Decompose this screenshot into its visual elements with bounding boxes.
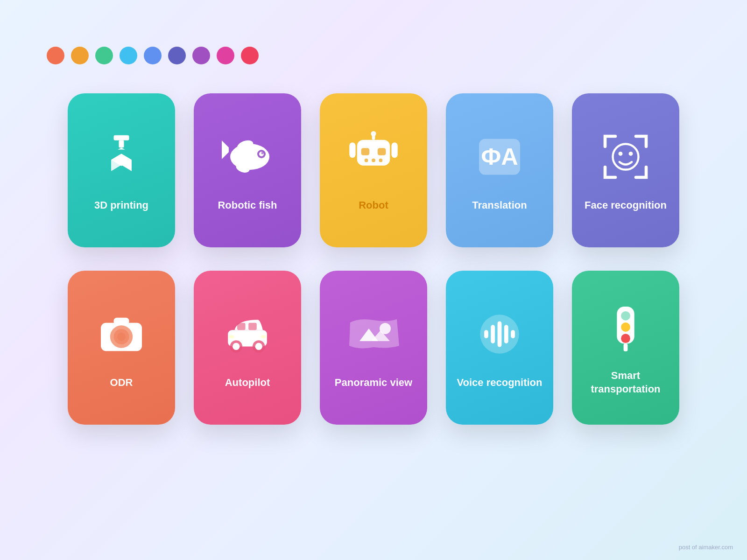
3d-printing-label: 3D printing <box>87 199 156 212</box>
svg-marker-2 <box>118 147 125 149</box>
dot-purple <box>192 47 210 64</box>
dot-pink <box>217 47 234 64</box>
face-recognition-icon <box>598 129 654 185</box>
dot-green <box>95 47 113 64</box>
svg-point-54 <box>621 323 630 332</box>
dot-navy <box>168 47 186 64</box>
cards-row-1: 3D printing Ro <box>68 93 679 247</box>
autopilot-icon <box>219 306 275 362</box>
svg-point-27 <box>629 152 633 156</box>
svg-rect-21 <box>349 142 355 158</box>
dot-red <box>47 47 64 64</box>
svg-rect-51 <box>511 330 515 338</box>
panoramic-view-label: Panoramic view <box>327 376 420 390</box>
svg-rect-17 <box>378 148 386 155</box>
svg-rect-49 <box>498 321 502 347</box>
dot-cyan <box>120 47 137 64</box>
panoramic-view-icon <box>345 306 402 362</box>
card-3d-printing[interactable]: 3D printing <box>68 93 175 247</box>
svg-point-20 <box>379 159 383 162</box>
color-palette <box>47 47 259 64</box>
svg-rect-56 <box>624 344 628 352</box>
dot-crimson <box>241 47 259 64</box>
card-robot[interactable]: Robot <box>320 93 427 247</box>
3d-printing-icon <box>93 129 149 185</box>
svg-point-14 <box>371 131 376 136</box>
smart-transportation-label: Smart transportation <box>572 369 679 396</box>
svg-text:ФA: ФA <box>481 143 518 169</box>
cards-section: 3D printing Ro <box>0 93 747 425</box>
svg-rect-47 <box>484 330 488 338</box>
svg-point-36 <box>233 343 240 350</box>
voice-recognition-icon <box>472 306 528 362</box>
odr-label: ODR <box>103 376 141 390</box>
svg-rect-39 <box>237 323 246 330</box>
voice-recognition-label: Voice recognition <box>450 376 550 390</box>
translation-label: Translation <box>465 199 534 212</box>
dot-blue <box>144 47 162 64</box>
svg-marker-6 <box>222 140 229 159</box>
svg-rect-48 <box>491 325 495 343</box>
card-odr[interactable]: ODR <box>68 271 175 425</box>
svg-rect-16 <box>361 148 370 155</box>
cards-row-2: ODR <box>68 271 679 425</box>
svg-rect-32 <box>114 318 129 325</box>
robot-label: Robot <box>351 199 396 212</box>
translation-icon: ФA <box>472 129 528 185</box>
robot-icon <box>345 129 402 185</box>
svg-rect-22 <box>392 142 398 158</box>
svg-point-45 <box>380 323 391 334</box>
svg-point-18 <box>365 159 368 162</box>
svg-point-26 <box>619 152 623 156</box>
svg-rect-50 <box>504 325 508 343</box>
robotic-fish-icon <box>219 129 275 185</box>
svg-rect-0 <box>114 135 129 140</box>
odr-icon <box>93 306 149 362</box>
autopilot-label: Autopilot <box>218 376 278 390</box>
svg-point-38 <box>255 343 262 350</box>
robotic-fish-label: Robotic fish <box>210 199 284 212</box>
svg-point-31 <box>117 332 126 341</box>
card-autopilot[interactable]: Autopilot <box>194 271 301 425</box>
svg-point-10 <box>261 152 264 154</box>
watermark: post of aimaker.com <box>679 544 733 551</box>
svg-point-55 <box>621 334 630 343</box>
svg-rect-40 <box>248 323 257 330</box>
svg-rect-1 <box>119 140 124 147</box>
card-translation[interactable]: ФA Translation <box>446 93 553 247</box>
card-smart-transportation[interactable]: Smart transportation <box>572 271 679 425</box>
dot-orange <box>71 47 89 64</box>
svg-point-53 <box>621 311 630 321</box>
svg-rect-41 <box>229 335 234 338</box>
face-recognition-label: Face recognition <box>577 199 674 212</box>
svg-point-25 <box>613 144 639 169</box>
card-voice-recognition[interactable]: Voice recognition <box>446 271 553 425</box>
card-robotic-fish[interactable]: Robotic fish <box>194 93 301 247</box>
card-panoramic-view[interactable]: Panoramic view <box>320 271 427 425</box>
svg-point-19 <box>372 159 375 162</box>
svg-point-33 <box>133 325 138 330</box>
card-face-recognition[interactable]: Face recognition <box>572 93 679 247</box>
smart-transportation-icon <box>598 299 654 355</box>
svg-rect-42 <box>261 335 266 338</box>
